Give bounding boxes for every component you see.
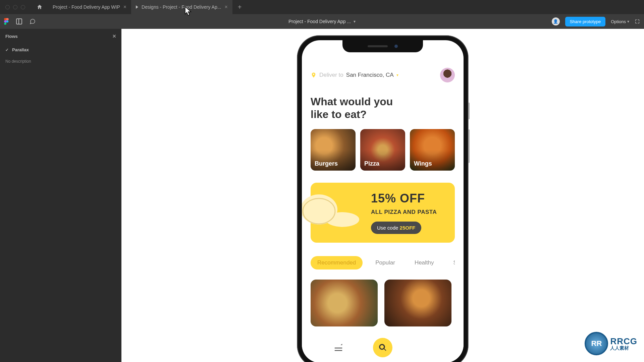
recommendation-cards: [311, 280, 455, 326]
comment-icon[interactable]: [30, 18, 36, 24]
home-icon[interactable]: [37, 4, 43, 10]
file-title[interactable]: Project - Food Delivery App ... ▾: [288, 19, 356, 24]
phone-notch: [342, 40, 423, 52]
figma-logo-icon[interactable]: [4, 18, 9, 25]
promo-subtitle: ALL PIZZA AND PASTA: [371, 209, 446, 216]
options-menu[interactable]: Options ▾: [611, 19, 629, 24]
prototype-canvas[interactable]: Deliver to San Francisco, CA ▾ What woul…: [121, 29, 644, 362]
food-card-pizza[interactable]: [311, 280, 378, 326]
location-pin-icon: [311, 71, 317, 79]
share-prototype-button[interactable]: Share prototype: [565, 17, 606, 26]
svg-point-0: [6, 20, 9, 23]
toolbar: Project - Food Delivery App ... ▾ 👤 Shar…: [0, 14, 644, 29]
pointing-hand-icon: [302, 186, 368, 240]
promo-code-button[interactable]: Use code 25OFF: [371, 222, 421, 234]
maximize-window-icon[interactable]: [21, 5, 25, 9]
user-avatar[interactable]: 👤: [552, 17, 560, 25]
check-icon: ✓: [5, 48, 9, 52]
headline: What would you like to eat?: [311, 95, 455, 121]
bottom-nav: [302, 333, 464, 362]
category-wings[interactable]: Wings: [410, 129, 455, 171]
city-label: San Francisco, CA: [346, 72, 394, 78]
phone-frame: Deliver to San Francisco, CA ▾ What woul…: [297, 36, 468, 362]
window-controls: [0, 5, 31, 9]
filter-healthy[interactable]: Healthy: [408, 256, 441, 269]
promo-banner[interactable]: 15% OFF ALL PIZZA AND PASTA Use code 25O…: [311, 183, 455, 243]
chevron-down-icon: ▾: [627, 19, 629, 24]
flow-label: Parallax: [12, 47, 29, 52]
filter-more[interactable]: Sa: [447, 256, 455, 269]
deliver-to-label: Deliver to: [319, 72, 343, 78]
food-card-burger[interactable]: [384, 280, 451, 326]
filter-recommended[interactable]: Recommended: [311, 256, 363, 269]
app-screen: Deliver to San Francisco, CA ▾ What woul…: [302, 40, 464, 362]
profile-avatar[interactable]: [440, 68, 455, 82]
sidebar-toggle-icon[interactable]: [16, 18, 22, 24]
filter-row: Recommended Popular Healthy Sa: [311, 256, 455, 269]
location-selector[interactable]: Deliver to San Francisco, CA ▾: [311, 71, 398, 79]
tab-designs[interactable]: Designs - Project - Food Delivery Ap... …: [131, 0, 232, 14]
flows-panel: Flows × ✓ Parallax No description: [0, 29, 121, 362]
tab-project[interactable]: Project - Food Delivery App WIP ×: [48, 0, 131, 14]
close-window-icon[interactable]: [5, 5, 10, 9]
tab-label: Designs - Project - Food Delivery Ap...: [142, 4, 221, 10]
chevron-down-icon: ▾: [396, 73, 398, 77]
category-pizza[interactable]: Pizza: [360, 129, 405, 171]
tab-label: Project - Food Delivery App WIP: [53, 4, 120, 10]
flow-item-parallax[interactable]: ✓ Parallax: [0, 44, 121, 56]
search-button[interactable]: [373, 338, 392, 357]
minimize-window-icon[interactable]: [13, 5, 17, 9]
menu-icon[interactable]: [333, 343, 343, 353]
new-tab-button[interactable]: +: [232, 3, 247, 11]
close-icon[interactable]: ×: [123, 4, 126, 10]
chevron-down-icon: ▾: [354, 19, 356, 24]
play-icon: [136, 5, 138, 9]
category-burgers[interactable]: Burgers: [311, 129, 356, 171]
fullscreen-icon[interactable]: [635, 19, 640, 24]
close-icon[interactable]: ×: [224, 4, 227, 10]
flows-title: Flows: [5, 34, 18, 39]
close-icon[interactable]: ×: [112, 33, 116, 40]
filter-popular[interactable]: Popular: [369, 256, 402, 269]
promo-title: 15% OFF: [371, 191, 446, 205]
rrcg-watermark-logo: RR RRCG 人人素材: [585, 332, 637, 355]
titlebar: Project - Food Delivery App WIP × Design…: [0, 0, 644, 14]
category-row: Burgers Pizza Wings: [311, 129, 455, 171]
search-icon: [378, 343, 387, 352]
flow-description: No description: [0, 56, 121, 67]
